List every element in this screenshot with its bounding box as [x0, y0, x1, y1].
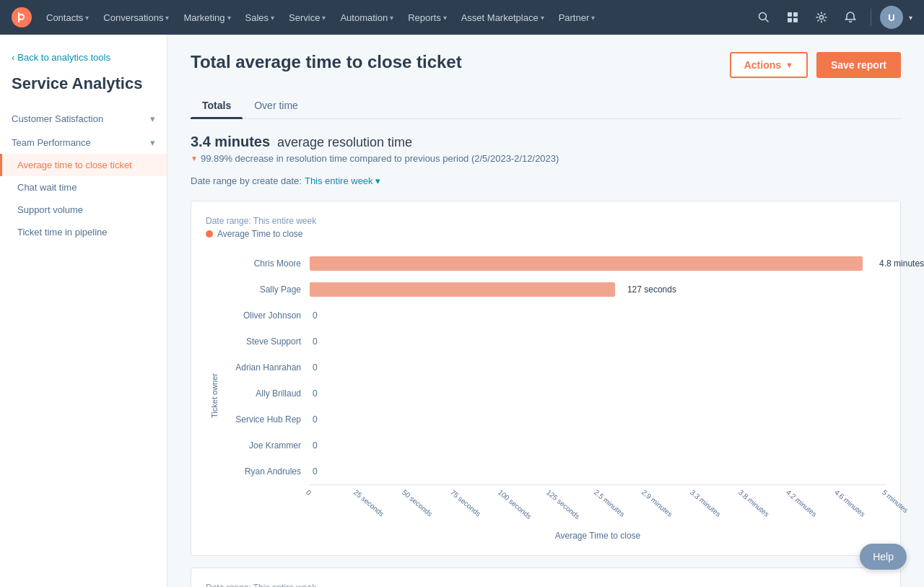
y-axis-label-area: Ticket owner: [206, 251, 223, 541]
section-collapse-icon: ▾: [150, 137, 155, 148]
actions-button[interactable]: Actions ▼: [730, 52, 808, 78]
chevron-icon: ▾: [271, 14, 274, 22]
x-tick: 4.2 minutes: [785, 488, 819, 518]
nav-divider: [871, 9, 871, 26]
bar-zero-label: 0: [310, 310, 318, 321]
legend-dot-icon: [206, 230, 213, 238]
bar-chart: Ticket owner Chris Moore4.8 minutesSally…: [206, 251, 886, 541]
nav-partner[interactable]: Partner ▾: [553, 9, 601, 26]
sidebar-item-avg-close-ticket[interactable]: Average time to close ticket: [0, 154, 167, 176]
chart-row: Sally Page127 seconds: [223, 277, 886, 303]
date-filter: Date range by create date: This entire w…: [191, 175, 901, 186]
x-axis-area: 025 seconds50 seconds75 seconds100 secon…: [223, 484, 886, 541]
sidebar-section-customer-satisfaction: Customer Satisfaction ▾: [0, 108, 167, 130]
x-tick: 0: [305, 488, 313, 497]
bar-zero-label: 0: [310, 388, 318, 399]
settings-button[interactable]: [810, 6, 833, 29]
section-expand-icon: ▾: [150, 113, 155, 124]
svg-rect-5: [788, 18, 792, 22]
second-chart-legend: Date range: This entire week: [206, 583, 886, 587]
row-label: Chris Moore: [223, 258, 310, 269]
chart-row: Oliver Johnson0: [223, 303, 886, 329]
sidebar-section-header-customer-satisfaction[interactable]: Customer Satisfaction ▾: [0, 108, 167, 130]
x-tick: 3.8 minutes: [736, 488, 770, 518]
sidebar-section-header-team-performance[interactable]: Team Performance ▾: [0, 131, 167, 154]
nav-asset-marketplace[interactable]: Asset Marketplace ▾: [456, 9, 550, 26]
main-content: Total average time to close ticket Actio…: [167, 35, 924, 587]
hubspot-logo[interactable]: [12, 7, 32, 27]
svg-point-7: [820, 16, 824, 19]
x-axis-title: Average Time to close: [310, 531, 886, 541]
chevron-icon: ▾: [591, 14, 595, 22]
nav-marketing[interactable]: Marketing ▾: [178, 9, 236, 26]
row-bar-area: 0: [310, 466, 886, 477]
row-bar-area: 127 seconds: [310, 282, 886, 297]
topnav-right-area: U ▾: [752, 6, 912, 29]
page-header: Total average time to close ticket Actio…: [191, 52, 901, 78]
x-axis: 025 seconds50 seconds75 seconds100 secon…: [310, 484, 886, 528]
chevron-icon: ▾: [541, 14, 544, 22]
stat-value: 3.4 minutes: [191, 134, 270, 149]
search-button[interactable]: [752, 6, 775, 29]
nav-conversations[interactable]: Conversations ▾: [97, 9, 175, 26]
chevron-icon: ▾: [390, 14, 393, 22]
date-filter-chevron-icon: ▾: [375, 175, 380, 186]
row-bar-area: 0: [310, 310, 886, 321]
row-label: Steve Support: [223, 336, 310, 347]
chart-legend: Date range: This entire week Average Tim…: [206, 216, 886, 239]
chart-legend-date: Date range: This entire week: [206, 216, 886, 226]
row-label: Adrian Hanrahan: [223, 362, 310, 373]
notifications-button[interactable]: [839, 6, 862, 29]
stat-display: 3.4 minutes average resolution time: [191, 134, 901, 150]
bar-zero-label: 0: [310, 414, 318, 425]
nav-sales[interactable]: Sales ▾: [240, 9, 281, 26]
row-label: Ryan Andrules: [223, 466, 310, 477]
chart-row: Adrian Hanrahan0: [223, 355, 886, 381]
x-tick: 3.3 minutes: [689, 488, 723, 518]
x-tick: 4.6 minutes: [832, 488, 866, 518]
help-button[interactable]: Help: [860, 544, 907, 570]
sidebar-item-chat-wait-time[interactable]: Chat wait time: [0, 176, 167, 199]
chart-row: Joe Krammer0: [223, 432, 886, 458]
chevron-icon: ▾: [165, 14, 169, 22]
sidebar: ‹ Back to analytics tools Service Analyt…: [0, 35, 167, 587]
user-avatar[interactable]: U: [880, 6, 903, 29]
avatar-chevron[interactable]: ▾: [909, 14, 912, 22]
marketplace-button[interactable]: [781, 6, 804, 29]
back-to-analytics-link[interactable]: ‹ Back to analytics tools: [0, 46, 167, 74]
tab-over-time[interactable]: Over time: [243, 92, 310, 118]
nav-contacts[interactable]: Contacts ▾: [40, 9, 95, 26]
back-chevron-icon: ‹: [12, 52, 14, 63]
sidebar-item-support-volume[interactable]: Support volume: [0, 199, 167, 221]
chevron-icon: ▾: [85, 14, 89, 22]
date-filter-link[interactable]: This entire week ▾: [305, 175, 380, 186]
chart-row: Ally Brillaud0: [223, 381, 886, 406]
row-bar-area: 0: [310, 336, 886, 347]
report-tabs: Totals Over time: [191, 92, 901, 119]
chart-row: Service Hub Rep0: [223, 406, 886, 432]
row-label: Joe Krammer: [223, 440, 310, 451]
nav-reports[interactable]: Reports ▾: [402, 9, 453, 26]
sidebar-item-ticket-pipeline[interactable]: Ticket time in pipeline: [0, 221, 167, 243]
x-tick: 2.5 minutes: [593, 488, 627, 518]
svg-rect-3: [788, 12, 792, 17]
x-tick: 50 seconds: [401, 488, 434, 518]
chart-row: Ryan Andrules0: [223, 458, 886, 484]
y-axis-label: Ticket owner: [210, 373, 219, 418]
stats-section: 3.4 minutes average resolution time ▼ 99…: [191, 134, 901, 164]
stat-label: average resolution time: [277, 135, 412, 149]
page-layout: ‹ Back to analytics tools Service Analyt…: [0, 35, 924, 587]
svg-rect-4: [793, 12, 798, 17]
bar-zero-label: 0: [310, 440, 318, 451]
bar-value-label: 127 seconds: [627, 284, 676, 295]
page-title: Total average time to close ticket: [191, 52, 462, 72]
stat-change: ▼ 99.89% decrease in resolution time com…: [191, 153, 901, 164]
chart-main-area: Chris Moore4.8 minutesSally Page127 seco…: [223, 251, 886, 541]
nav-service[interactable]: Service ▾: [283, 9, 331, 26]
nav-automation[interactable]: Automation ▾: [334, 9, 399, 26]
top-navigation: Contacts ▾ Conversations ▾ Marketing ▾ S…: [0, 0, 924, 35]
bar: 127 seconds: [310, 282, 615, 297]
tab-totals[interactable]: Totals: [191, 92, 243, 118]
save-report-button[interactable]: Save report: [816, 52, 901, 78]
svg-rect-6: [793, 18, 798, 22]
